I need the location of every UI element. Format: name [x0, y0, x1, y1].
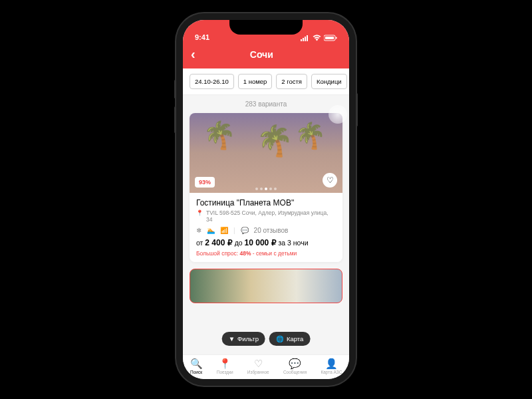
- signal-icon: [301, 35, 310, 41]
- svg-rect-2: [305, 37, 306, 41]
- messages-icon: 💬: [289, 358, 301, 368]
- dot: [274, 188, 277, 190]
- price-to: 10 000 ₽: [245, 238, 277, 247]
- dot: [269, 188, 272, 190]
- divider: |: [233, 227, 235, 234]
- dot-active: [265, 188, 267, 190]
- screen: 9:41 ‹ Сочи 24.10-26.10 1 номер 2 гостя …: [183, 20, 349, 379]
- carousel-dots: [255, 188, 277, 190]
- tab-search[interactable]: 🔍 Поиск: [190, 358, 203, 374]
- dot: [255, 188, 258, 190]
- tab-label: Карта АЗС: [321, 370, 342, 374]
- pool-icon: 🏊: [207, 227, 215, 234]
- pill-guests[interactable]: 2 гостя: [276, 74, 307, 89]
- page-title: Сочи: [196, 49, 328, 60]
- tab-bar: 🔍 Поиск 📍 Поездки ♡ Избранное 💬 Сообщени…: [183, 354, 349, 379]
- wifi-amenity-icon: 📶: [220, 227, 228, 234]
- map-button[interactable]: 🌐 Карта: [269, 332, 310, 346]
- svg-rect-6: [336, 37, 337, 39]
- tab-gas-map[interactable]: 👤 Карта АЗС: [321, 358, 342, 374]
- rating-badge: 93%: [195, 177, 215, 188]
- phone-frame: 9:41 ‹ Сочи 24.10-26.10 1 номер 2 гостя …: [176, 13, 356, 386]
- svg-rect-1: [303, 38, 304, 41]
- palm-icon: 🌴: [295, 121, 326, 150]
- hotel-card-highlighted[interactable]: [190, 269, 342, 303]
- price-from: 2 400 ₽: [205, 238, 232, 247]
- heart-icon: ♡: [254, 358, 263, 368]
- filter-icon: ▼: [229, 335, 235, 342]
- tab-label: Сообщения: [283, 370, 307, 374]
- nights-label: за 3 ночи: [277, 239, 309, 247]
- tab-trips[interactable]: 📍 Поездки: [217, 358, 233, 374]
- trips-icon: 📍: [219, 358, 231, 368]
- pin-icon: 📍: [196, 209, 203, 216]
- power-button: [356, 93, 358, 126]
- demand-row: Большой спрос: 48% - семьи с детьми: [196, 250, 336, 257]
- ac-icon: ❄: [196, 227, 201, 234]
- status-indicators: [301, 35, 337, 41]
- pill-dates[interactable]: 24.10-26.10: [190, 74, 234, 89]
- tab-label: Поиск: [190, 370, 202, 374]
- globe-icon: 🌐: [276, 335, 284, 342]
- price-row: от 2 400 ₽ до 10 000 ₽ за 3 ночи: [196, 238, 336, 247]
- back-icon[interactable]: ‹: [191, 47, 196, 62]
- demand-label: Большой спрос:: [196, 250, 239, 257]
- svg-rect-5: [325, 37, 334, 39]
- reviews-count: 20 отзывов: [254, 227, 289, 234]
- pill-rooms[interactable]: 1 номер: [238, 74, 273, 89]
- results-count: 283 варианта: [183, 95, 349, 113]
- hotel-name: Гостиница "Планета МОВ": [196, 198, 336, 207]
- header: ‹ Сочи: [183, 43, 349, 68]
- volume-down-button: [174, 106, 176, 133]
- hotel-address: 📍 TVIL 598-525 Сочи, Адлер, Изумрудная у…: [196, 209, 336, 223]
- price-from-label: от: [196, 239, 205, 247]
- hotel-image[interactable]: 🌴 🌴 🌴 93% ♡: [190, 113, 342, 193]
- hotel-card[interactable]: 🌴 🌴 🌴 93% ♡ Гостиница "Планета МОВ": [190, 113, 342, 262]
- pill-amenity[interactable]: Кондици: [311, 74, 347, 89]
- tab-label: Избранное: [247, 370, 269, 374]
- demand-suffix: - семьи с детьми: [251, 250, 297, 257]
- filter-button[interactable]: ▼ Фильтр: [222, 332, 265, 346]
- status-time: 9:41: [195, 33, 209, 41]
- tab-favorites[interactable]: ♡ Избранное: [247, 358, 269, 374]
- price-to-label: до: [233, 239, 245, 247]
- results-scroll[interactable]: 283 варианта 🌴 🌴 🌴 93% ♡: [183, 95, 349, 354]
- wifi-icon: [313, 35, 321, 41]
- svg-rect-0: [301, 39, 302, 41]
- address-text: TVIL 598-525 Сочи, Адлер, Изумрудная ули…: [206, 209, 336, 223]
- search-icon: 🔍: [190, 358, 203, 368]
- tab-label: Поездки: [217, 370, 233, 374]
- volume-up-button: [174, 80, 176, 98]
- chat-icon: 💬: [241, 227, 249, 234]
- svg-rect-3: [307, 35, 308, 41]
- demand-pct: 48%: [239, 250, 251, 257]
- amenities-row: ❄ 🏊 📶 | 💬 20 отзывов: [196, 227, 336, 234]
- battery-icon: [324, 35, 337, 41]
- palm-icon: 🌴: [203, 120, 236, 151]
- favorite-icon[interactable]: ♡: [323, 173, 337, 188]
- dot: [260, 188, 263, 190]
- notch: [229, 20, 303, 35]
- person-icon: 👤: [325, 358, 338, 368]
- hotel-card-body: Гостиница "Планета МОВ" 📍 TVIL 598-525 С…: [190, 193, 342, 262]
- tab-messages[interactable]: 💬 Сообщения: [283, 358, 307, 374]
- palm-icon: 🌴: [256, 123, 293, 158]
- map-label: Карта: [287, 335, 303, 342]
- floating-actions: ▼ Фильтр 🌐 Карта: [222, 332, 311, 346]
- filter-label: Фильтр: [237, 335, 259, 342]
- touch-indicator: [329, 105, 347, 124]
- filter-pills: 24.10-26.10 1 номер 2 гостя Кондици: [183, 68, 349, 95]
